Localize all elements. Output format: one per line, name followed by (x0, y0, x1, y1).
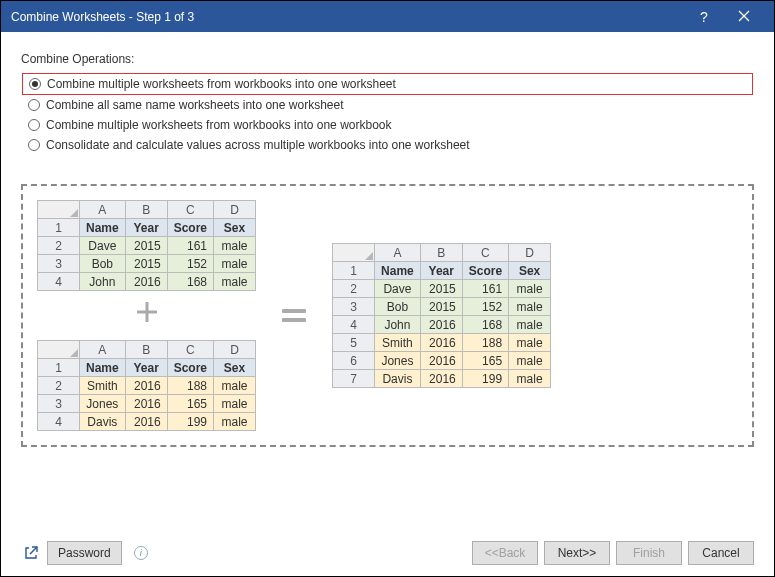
preview-panel: ABCD 1NameYearScoreSex 2Dave2015161male … (21, 184, 754, 447)
equals-icon (282, 309, 306, 322)
option-combine-same-name[interactable]: Combine all same name worksheets into on… (22, 95, 753, 115)
next-button[interactable]: Next>> (544, 541, 610, 565)
title-bar: Combine Worksheets - Step 1 of 3 ? (1, 1, 774, 32)
source-table-2: ABCD 1NameYearScoreSex 2Smith2016188male… (37, 340, 256, 431)
footer-bar: Password i <<Back Next>> Finish Cancel (1, 530, 774, 576)
radio-icon (29, 78, 41, 90)
combine-operations-group: Combine multiple worksheets from workboo… (21, 70, 754, 158)
password-button[interactable]: Password (47, 541, 122, 565)
source-table-1: ABCD 1NameYearScoreSex 2Dave2015161male … (37, 200, 256, 291)
radio-icon (28, 99, 40, 111)
option-label: Combine multiple worksheets from workboo… (46, 118, 392, 132)
back-button: <<Back (472, 541, 538, 565)
source-tables-stack: ABCD 1NameYearScoreSex 2Dave2015161male … (37, 200, 256, 431)
option-label: Combine all same name worksheets into on… (46, 98, 343, 112)
info-icon[interactable]: i (134, 546, 148, 560)
radio-icon (28, 139, 40, 151)
option-combine-multiple-into-one-sheet[interactable]: Combine multiple worksheets from workboo… (22, 73, 753, 95)
option-label: Consolidate and calculate values across … (46, 138, 470, 152)
result-table: ABCD 1NameYearScoreSex 2Dave2015161male … (332, 243, 551, 388)
plus-icon (134, 299, 160, 332)
external-link-icon[interactable] (21, 543, 41, 563)
help-button[interactable]: ? (684, 9, 724, 25)
section-label: Combine Operations: (21, 52, 754, 66)
option-consolidate-calculate[interactable]: Consolidate and calculate values across … (22, 135, 753, 155)
finish-button: Finish (616, 541, 682, 565)
radio-icon (28, 119, 40, 131)
close-button[interactable] (724, 9, 764, 25)
option-label: Combine multiple worksheets from workboo… (47, 77, 396, 91)
option-combine-multiple-into-workbook[interactable]: Combine multiple worksheets from workboo… (22, 115, 753, 135)
window-title: Combine Worksheets - Step 1 of 3 (11, 10, 684, 24)
cancel-button[interactable]: Cancel (688, 541, 754, 565)
